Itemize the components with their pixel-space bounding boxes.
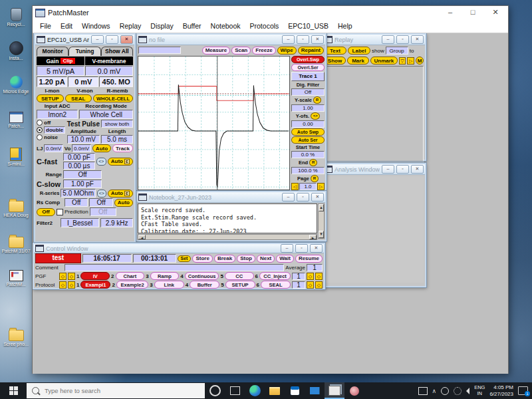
- pgf-slot-1[interactable]: IV: [80, 272, 110, 280]
- maximize-button[interactable]: ▫: [396, 35, 409, 44]
- maximize-button[interactable]: ▫: [297, 193, 309, 201]
- r-badge-icon[interactable]: R: [309, 159, 317, 166]
- rseries-auto-button[interactable]: AutoE: [108, 190, 133, 198]
- swap-badge-icon[interactable]: <>: [311, 112, 320, 120]
- tab-tuning[interactable]: Tuning: [68, 47, 100, 56]
- desktop-icon-folder2[interactable]: PatchM 31/07: [1, 234, 31, 254]
- desktop-icon-app3[interactable]: S-mini...: [1, 148, 31, 167]
- group-field[interactable]: Group: [386, 47, 408, 55]
- menu-epc10-usb[interactable]: EPC10_USB: [283, 22, 333, 30]
- replay-tree-list[interactable]: [324, 66, 424, 168]
- desktop-icon-recycle-bin[interactable]: Recycl...: [1, 8, 31, 27]
- scope-plot-area[interactable]: [138, 56, 290, 190]
- repaint-button[interactable]: Repaint: [298, 47, 324, 55]
- average-value[interactable]: 1: [307, 264, 323, 271]
- pgf-spin-right[interactable]: ◇: [68, 273, 75, 280]
- menu-buffer[interactable]: Buffer: [178, 22, 206, 30]
- gain-value[interactable]: 5 mV/pA: [37, 66, 84, 76]
- menu-edit[interactable]: Edit: [56, 22, 77, 30]
- tray-expand-icon[interactable]: ∧: [432, 388, 437, 394]
- close-button[interactable]: ✕: [120, 35, 133, 44]
- tab-show-all[interactable]: Show All: [101, 47, 133, 56]
- r-badge-icon[interactable]: R: [313, 96, 321, 104]
- minimize-button[interactable]: –: [282, 35, 295, 44]
- taskbar-clock[interactable]: 4:05 PM6/27/2023: [489, 384, 513, 397]
- y-scale-value[interactable]: 1.00: [291, 104, 325, 112]
- scroll-down-icon[interactable]: ▼: [319, 231, 324, 238]
- vo-value[interactable]: 0.0mV: [72, 144, 90, 152]
- pgf-index-spin-left[interactable]: ◇: [307, 273, 314, 280]
- text-button[interactable]: Text: [324, 47, 346, 55]
- protocol-slot-1[interactable]: Exampl1: [80, 281, 110, 289]
- protocol-slot-6[interactable]: SEAL: [261, 281, 291, 289]
- next-button[interactable]: Next: [257, 255, 275, 263]
- rseries-value[interactable]: 5.0 MOhm: [61, 189, 96, 198]
- desktop-icon-folder3[interactable]: Scree pho...: [1, 327, 31, 347]
- protocol-slot-2[interactable]: Example2: [116, 281, 148, 289]
- whole-cell-button[interactable]: WHOLE-CELL: [93, 94, 133, 102]
- cfast-us-value[interactable]: 0.00 µs: [63, 162, 95, 170]
- amplitude-value[interactable]: 10.0 mV: [67, 135, 100, 144]
- menu-replay[interactable]: Replay: [115, 22, 146, 30]
- page-value[interactable]: 1.0: [299, 183, 317, 190]
- maximize-button[interactable]: ▫: [295, 244, 308, 253]
- break-button[interactable]: Break: [214, 255, 235, 263]
- page-right-button[interactable]: ▷: [317, 183, 325, 190]
- maximize-button[interactable]: ▫: [297, 35, 309, 44]
- start-button[interactable]: [0, 382, 27, 399]
- unmark-button[interactable]: Unmark: [370, 57, 398, 65]
- menu-protocols[interactable]: Protocols: [245, 22, 284, 30]
- notebook-hscrollbar[interactable]: ◄ ►: [138, 234, 317, 240]
- y-offset-value[interactable]: 0.00: [291, 120, 325, 128]
- rscomp-value2[interactable]: Off: [89, 198, 112, 207]
- taskbar-store[interactable]: [285, 382, 305, 399]
- notebook-text-area[interactable]: Scale record saved. Ext.Stim.Range scale…: [138, 203, 317, 233]
- close-button[interactable]: ✕: [310, 244, 323, 253]
- freeze-button[interactable]: Freeze: [252, 47, 275, 55]
- minimize-button[interactable]: –: [281, 244, 293, 253]
- auto-series-button[interactable]: Auto Ser: [291, 136, 325, 144]
- desktop-icon-app1[interactable]: Insta...: [1, 41, 31, 61]
- scope-file-field[interactable]: [138, 47, 181, 54]
- minimize-button[interactable]: –: [440, 7, 460, 18]
- lj-value[interactable]: 0.0mV: [44, 144, 63, 152]
- range-value[interactable]: Off: [63, 170, 102, 179]
- radio-double[interactable]: [37, 127, 43, 133]
- dig-filter-value[interactable]: Off: [291, 88, 325, 96]
- amplifier-title-bar[interactable]: EPC10_USB Amplifier – ▫ ✕: [35, 35, 134, 45]
- pgf-slot-6[interactable]: CC_Inject: [259, 272, 291, 280]
- scroll-left-icon[interactable]: ◄: [138, 235, 146, 239]
- tab-monitor[interactable]: Monitor: [37, 47, 68, 56]
- taskbar-app-swirl[interactable]: [344, 382, 364, 399]
- pgf-slot-2[interactable]: Chart: [116, 272, 145, 280]
- resume-button[interactable]: Resume: [295, 255, 323, 263]
- rscomp-value1[interactable]: Off: [65, 198, 88, 207]
- taskbar-patchmaster[interactable]: [325, 382, 344, 399]
- show-both-button[interactable]: show both: [101, 120, 133, 128]
- scroll-up-icon[interactable]: ▲: [319, 204, 324, 211]
- auto-button[interactable]: Auto: [92, 144, 111, 152]
- volume-icon[interactable]: [466, 388, 469, 394]
- protocol-index-spin-left[interactable]: ◇: [307, 281, 314, 289]
- news-widget-icon[interactable]: [418, 387, 428, 395]
- rseries-adjust-icon[interactable]: <>: [97, 190, 106, 198]
- seal-button[interactable]: SEAL: [65, 94, 92, 102]
- tree-collapse-button[interactable]: ▽: [399, 57, 406, 65]
- task-view-button[interactable]: [225, 382, 245, 399]
- test-button[interactable]: test: [35, 253, 81, 263]
- protocol-slot-3[interactable]: Link: [154, 281, 184, 289]
- minimize-button[interactable]: –: [382, 165, 394, 174]
- close-button[interactable]: ✕: [411, 165, 424, 174]
- taskbar-mail[interactable]: [305, 382, 325, 399]
- wipe-button[interactable]: Wipe: [277, 47, 297, 55]
- protocol-spin-left[interactable]: ◇: [59, 281, 66, 289]
- end-value[interactable]: 100.0 %: [291, 167, 325, 174]
- prediction-checkbox[interactable]: [57, 209, 63, 215]
- notebook-title-bar[interactable]: Notebook_27-Jun-2023 – ▫ ✕: [137, 192, 325, 203]
- close-button[interactable]: ✕: [411, 35, 424, 44]
- start-time-value[interactable]: 0.0 %: [291, 151, 325, 158]
- overlay-sweep-button[interactable]: Overl.Swp: [291, 56, 325, 63]
- scan-button[interactable]: Scan: [231, 47, 251, 55]
- pgf-slot-3[interactable]: Ramp: [150, 272, 180, 280]
- wait-button[interactable]: Wait: [276, 255, 294, 263]
